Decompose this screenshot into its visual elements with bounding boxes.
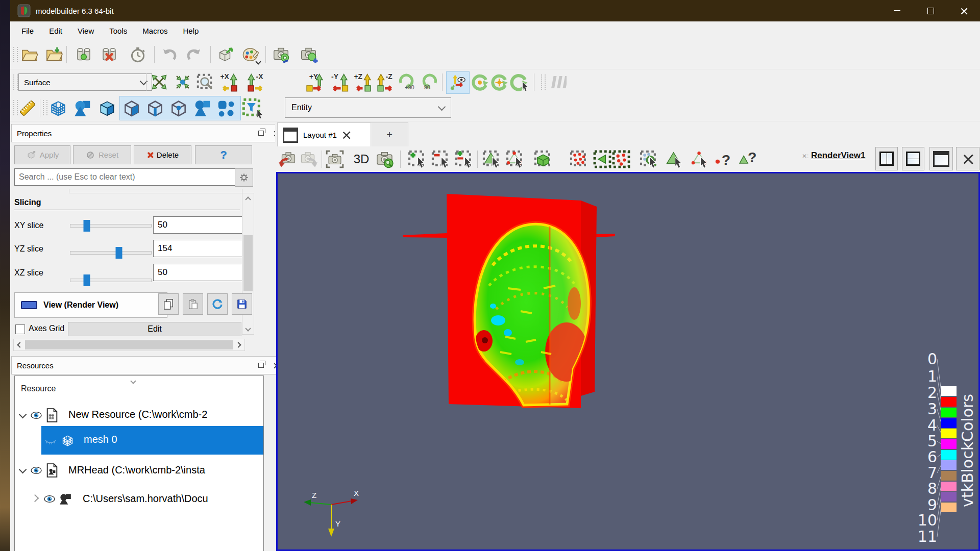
toolbar-drag-handle[interactable] xyxy=(541,74,546,90)
camera-undo-button[interactable] xyxy=(277,149,297,169)
select-block-button[interactable] xyxy=(592,149,612,169)
toolbar-drag-handle[interactable] xyxy=(13,47,18,62)
select-points-on-button[interactable] xyxy=(505,149,525,169)
help-button[interactable]: ? xyxy=(195,145,252,164)
delete-button[interactable]: Delete xyxy=(134,145,191,164)
query-cell-button[interactable]: ? xyxy=(738,149,758,169)
geometry-representation-button[interactable] xyxy=(72,98,93,118)
tab-close-icon[interactable] xyxy=(342,131,350,139)
select-edges-toggle[interactable] xyxy=(145,98,165,118)
zoom-to-box-button[interactable] xyxy=(195,72,215,92)
view-plus-x-button[interactable]: +X xyxy=(219,72,240,92)
import-resource-button[interactable] xyxy=(44,44,64,65)
capture-zoom-screenshot-button[interactable] xyxy=(375,149,396,169)
expand-caret-icon[interactable] xyxy=(31,494,39,503)
hover-cells-button[interactable] xyxy=(664,149,684,169)
disconnect-server-button[interactable] xyxy=(99,44,119,65)
orientation-axes-toggle[interactable] xyxy=(446,71,470,94)
load-state-button[interactable] xyxy=(215,44,236,65)
reset-button[interactable]: Reset xyxy=(73,145,131,164)
float-panel-icon[interactable] xyxy=(258,131,264,136)
refresh-view-button[interactable] xyxy=(207,293,228,315)
yz-slice-value[interactable] xyxy=(153,240,244,257)
layout-tab[interactable]: Layout #1 xyxy=(277,122,382,147)
color-palette-button[interactable] xyxy=(240,44,260,65)
rotate-90-cw-button[interactable]: +90 xyxy=(396,72,416,92)
properties-hscrollbar-top[interactable] xyxy=(69,189,242,193)
select-entities-toggle[interactable] xyxy=(192,98,212,118)
sort-indicator-icon[interactable] xyxy=(130,378,136,384)
view-minus-x-button[interactable]: -X xyxy=(245,72,265,92)
zoom-to-data-button[interactable] xyxy=(173,72,193,92)
mesh-representation-button[interactable] xyxy=(48,98,68,118)
toggle-2d3d-button[interactable]: 3D xyxy=(351,149,372,169)
yz-slice-slider[interactable] xyxy=(70,251,152,255)
scroll-right-button[interactable] xyxy=(234,343,244,347)
scroll-up-button[interactable] xyxy=(242,193,254,204)
center-rotation-button[interactable] xyxy=(489,72,509,92)
xz-slice-handle[interactable] xyxy=(83,274,90,286)
tree-row-new-resource[interactable]: New Resource (C:\work\cmb-2 xyxy=(15,403,264,428)
select-cells-through-button[interactable] xyxy=(533,149,553,169)
select-faces-toggle[interactable] xyxy=(121,98,142,118)
xz-slice-slider[interactable] xyxy=(70,279,152,282)
resources-panel-header[interactable]: Resources xyxy=(11,356,285,374)
properties-hscrollbar[interactable] xyxy=(13,339,245,351)
subtract-selection-button[interactable] xyxy=(430,149,451,169)
scroll-thumb[interactable] xyxy=(243,235,253,291)
visibility-eye-icon[interactable] xyxy=(43,493,56,505)
copy-view-button[interactable] xyxy=(158,293,179,315)
rotate-90-ccw-button[interactable]: -90 xyxy=(420,72,440,92)
split-horizontal-button[interactable] xyxy=(875,147,898,170)
selection-filter-button[interactable] xyxy=(242,98,262,118)
axes-grid-edit-button[interactable]: Edit xyxy=(68,322,241,336)
select-cells-on-button[interactable] xyxy=(481,149,502,169)
solid-representation-button[interactable] xyxy=(97,98,117,118)
pick-rotation-center-button[interactable] xyxy=(508,72,529,92)
reset-camera-button[interactable] xyxy=(149,72,169,92)
float-panel-icon[interactable] xyxy=(258,363,264,368)
properties-panel-header[interactable]: Properties xyxy=(11,124,285,142)
view-section-header[interactable]: View (Render View) xyxy=(14,292,167,318)
hover-points-button[interactable] xyxy=(690,149,710,169)
toggle-selection-button[interactable] xyxy=(454,149,474,169)
measure-button[interactable] xyxy=(17,98,38,118)
xy-slice-slider[interactable] xyxy=(70,224,152,228)
toolbar-drag-handle[interactable] xyxy=(13,74,18,90)
view-plus-z-button[interactable]: +Z xyxy=(353,72,374,92)
menu-edit[interactable]: Edit xyxy=(43,24,68,37)
menu-tools[interactable]: Tools xyxy=(103,24,133,37)
xy-slice-value[interactable] xyxy=(153,216,244,234)
xz-slice-value[interactable] xyxy=(153,264,244,281)
add-selection-button[interactable] xyxy=(407,149,427,169)
title-bar[interactable]: modelbuilder 6.3 64-bit xyxy=(10,0,980,21)
camera-settings-button[interactable] xyxy=(272,44,292,65)
entity-select[interactable]: Entity xyxy=(285,97,451,118)
expand-caret-icon[interactable] xyxy=(19,466,27,474)
select-blocks-button[interactable] xyxy=(611,149,631,169)
interactive-select-button[interactable] xyxy=(639,149,659,169)
toolbar-drag-handle[interactable] xyxy=(43,100,47,115)
maximize-view-button[interactable] xyxy=(929,147,953,170)
apply-button[interactable]: Apply xyxy=(14,145,70,164)
select-points-through-button[interactable] xyxy=(569,149,589,169)
connect-server-button[interactable] xyxy=(74,44,94,65)
menu-macros[interactable]: Macros xyxy=(136,24,174,37)
renderview-name[interactable]: RenderView1 xyxy=(811,151,865,161)
menu-help[interactable]: Help xyxy=(177,24,205,37)
save-view-button[interactable] xyxy=(232,293,252,315)
auto-apply-button[interactable] xyxy=(128,44,148,65)
resource-column-header[interactable]: Resource xyxy=(21,384,56,393)
rotate-view-button[interactable] xyxy=(470,72,490,92)
minimize-button[interactable] xyxy=(881,0,913,21)
tree-row-mesh0[interactable]: mesh 0 xyxy=(41,426,264,455)
scroll-thumb[interactable] xyxy=(25,340,233,349)
search-input[interactable] xyxy=(14,168,237,186)
adjust-lighting-button[interactable] xyxy=(547,72,568,92)
view-plus-y-button[interactable]: +Y xyxy=(305,72,326,92)
view-minus-y-button[interactable]: -Y xyxy=(330,72,350,92)
xy-slice-handle[interactable] xyxy=(83,220,90,232)
split-vertical-button[interactable] xyxy=(902,147,924,170)
yz-slice-handle[interactable] xyxy=(115,247,122,259)
open-button[interactable] xyxy=(19,44,40,65)
